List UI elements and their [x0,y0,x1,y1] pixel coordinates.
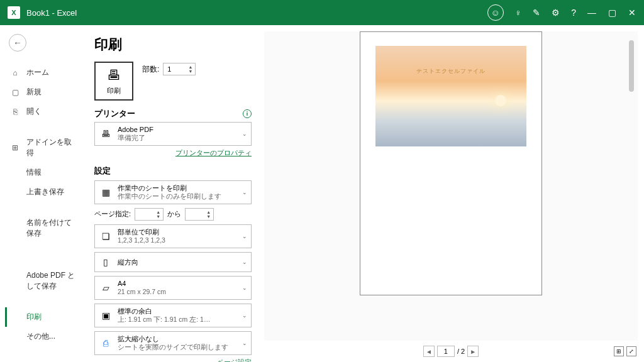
printer-select[interactable]: 🖶 Adobe PDF 準備完了 ⌄ [94,122,252,146]
settings-megaphone-icon[interactable]: ⚙ [552,8,560,18]
copies-label: 部数: [142,64,159,75]
next-page-button[interactable]: ► [467,346,479,357]
margins-title: 標準の余白 [118,307,247,315]
sidebar-item-other[interactable]: その他... [5,327,83,346]
margins-select[interactable]: ▣ 標準の余白 上: 1.91 cm 下: 1.91 cm 左: 1… ⌄ [94,304,252,327]
preview-scrollbar[interactable] [629,40,634,92]
scaling-icon: ⎙ [99,336,113,350]
collate-icon: ❏ [99,229,113,243]
scaling-title: 拡大縮小なし [118,334,247,343]
preview-image: テストエクセルファイル [375,46,526,146]
page-range-to: から [167,209,181,219]
print-settings-panel: 印刷 🖶 印刷 部数: 1 ▲▼ プリンター i � [88,25,258,362]
sidebar-label: 新規 [26,87,42,97]
portrait-icon: ▯ [99,255,113,269]
current-page-input[interactable]: 1 [437,346,455,357]
page-setup-link[interactable]: ページ設定 [94,358,252,362]
main-area: ← ⌂ ホーム ▢ 新規 ⎘ 開く ⊞ アドインを取得 情報 上書き保存 名前を… [0,25,644,362]
sidebar-item-open[interactable]: ⎘ 開く [5,102,83,121]
sidebar-item-saveas[interactable]: 名前を付けて保存 [5,213,83,243]
print-button-label: 印刷 [107,86,121,96]
chevron-down-icon: ⌄ [242,233,247,239]
settings-heading: 設定 [94,165,111,177]
collate-select[interactable]: ❏ 部単位で印刷 1,2,3 1,2,3 1,2,3 ⌄ [94,224,252,248]
print-preview-area: テストエクセルファイル ◄ 1 / 2 ► ⊞ ⤢ [258,25,644,362]
sidebar-label: 印刷 [26,312,42,322]
stepper-arrows-icon[interactable]: ▲▼ [188,65,192,74]
printer-name: Adobe PDF [118,125,247,134]
printer-properties-link[interactable]: プリンターのプロパティ [94,148,252,158]
paper-sub: 21 cm x 29.7 cm [118,288,247,297]
maximize-button[interactable]: ▢ [608,8,616,18]
show-margins-button[interactable]: ⊞ [614,346,624,356]
sidebar-label: 上書き保存 [26,187,64,197]
zoom-to-page-button[interactable]: ⤢ [626,346,636,356]
preview-page: テストエクセルファイル [360,31,542,295]
printer-heading: プリンター [94,108,135,119]
chevron-down-icon: ⌄ [242,131,247,137]
printer-status: 準備完了 [118,134,247,143]
sidebar-label: アドインを取得 [26,137,78,158]
preview-caption: テストエクセルファイル [416,67,486,75]
paper-title: A4 [118,279,247,288]
titlebar: X Book1 - Excel ☺ ♀ ✎ ⚙ ? ― ▢ ✕ [0,0,644,25]
new-icon: ▢ [10,87,20,97]
sidebar-label: ホーム [26,67,49,78]
chevron-down-icon: ⌄ [242,285,247,291]
prev-page-button[interactable]: ◄ [423,346,435,357]
margins-icon: ▣ [99,309,113,322]
back-button[interactable]: ← [9,34,26,52]
sidebar-label: 名前を付けて保存 [26,217,78,239]
sidebar-item-saveas-pdf[interactable]: Adobe PDF として保存 [5,266,83,296]
share-icon[interactable]: ✎ [533,8,540,18]
sidebar-item-save[interactable]: 上書き保存 [5,182,83,202]
print-scope-select[interactable]: ▦ 作業中のシートを印刷 作業中のシートのみを印刷します ⌄ [94,180,252,204]
chevron-down-icon: ⌄ [242,189,247,195]
sheet-grid-icon: ▦ [99,185,113,199]
preview-footer: ◄ 1 / 2 ► ⊞ ⤢ [258,341,644,362]
window-title: Book1 - Excel [26,8,487,18]
printer-icon: 🖶 [107,67,121,84]
content-area: 印刷 🖶 印刷 部数: 1 ▲▼ プリンター i � [88,25,644,362]
minimize-button[interactable]: ― [587,8,596,18]
sidebar-item-new[interactable]: ▢ 新規 [5,82,83,102]
close-button[interactable]: ✕ [628,8,636,18]
orientation-title: 縦方向 [118,258,247,266]
page-title: 印刷 [94,35,252,54]
printer-info-icon[interactable]: i [243,109,252,118]
sidebar-item-info[interactable]: 情報 [5,163,83,182]
sidebar-label: その他... [26,331,55,342]
sidebar-item-addins[interactable]: ⊞ アドインを取得 [5,133,83,163]
print-button[interactable]: 🖶 印刷 [94,62,133,101]
sidebar-item-home[interactable]: ⌂ ホーム [5,63,83,82]
chevron-down-icon: ⌄ [242,312,247,319]
page-range-label: ページ指定: [94,209,131,219]
sidebar-item-print[interactable]: 印刷 [5,307,83,327]
sun-graphic [495,95,506,106]
paper-icon: ▱ [99,281,113,295]
preview-canvas[interactable]: テストエクセルファイル [264,31,638,341]
page-from-input[interactable]: ▲▼ [135,208,164,221]
excel-app-icon: X [8,6,20,19]
scaling-select[interactable]: ⎙ 拡大縮小なし シートを実際のサイズで印刷します ⌄ [94,331,252,355]
lightbulb-icon[interactable]: ♀ [515,8,522,18]
home-icon: ⌂ [10,68,20,78]
account-icon[interactable]: ☺ [487,4,504,21]
paper-select[interactable]: ▱ A4 21 cm x 29.7 cm ⌄ [94,276,252,300]
copies-stepper[interactable]: 1 ▲▼ [163,63,196,75]
page-to-input[interactable]: ▲▼ [185,208,214,221]
page-total: / 2 [457,348,465,355]
sidebar-label: 開く [26,106,42,117]
scaling-sub: シートを実際のサイズで印刷します [118,343,247,352]
help-icon[interactable]: ? [571,8,576,18]
backstage-sidebar: ← ⌂ ホーム ▢ 新規 ⎘ 開く ⊞ アドインを取得 情報 上書き保存 名前を… [0,25,88,362]
collate-title: 部単位で印刷 [118,228,247,236]
margins-sub: 上: 1.91 cm 下: 1.91 cm 左: 1… [118,315,247,324]
chevron-down-icon: ⌄ [242,340,247,346]
sidebar-label: 情報 [26,167,42,178]
addins-icon: ⊞ [10,143,20,153]
scope-sub: 作業中のシートのみを印刷します [118,192,247,201]
orientation-select[interactable]: ▯ 縦方向 ⌄ [94,252,252,272]
sidebar-label: Adobe PDF として保存 [26,270,78,292]
printer-ready-icon: 🖶 [99,127,113,141]
